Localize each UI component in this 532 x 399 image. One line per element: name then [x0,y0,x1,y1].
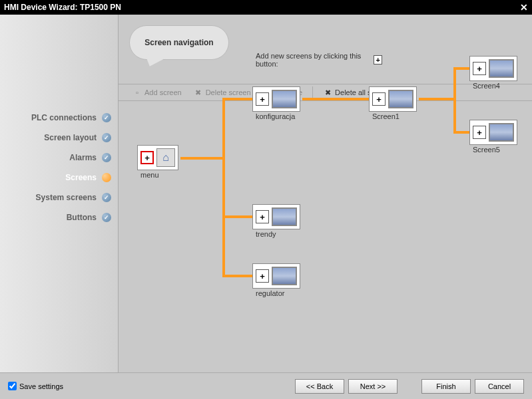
node-screen4[interactable]: + Screen4 [469,56,517,81]
delete-all-icon: ✖ [323,88,332,97]
node-label: konfiguracja [256,112,295,120]
content-pane: Screen navigation Add new screens by cli… [118,15,532,399]
add-screen-icon: ▫ [133,88,142,97]
sidebar-item-screen-layout[interactable]: Screen layout [0,128,118,148]
save-settings-input[interactable] [8,382,17,390]
hint-bubble: Screen navigation Add new screens by cli… [129,25,382,78]
node-menu[interactable]: + ⌂ menu [137,145,178,170]
sidebar-item-label: Screens [65,173,97,182]
check-icon [102,153,111,162]
sidebar-item-label: PLC connections [31,113,97,122]
sidebar-item-alarms[interactable]: Alarms [0,148,118,168]
next-button[interactable]: Next >> [348,379,398,394]
node-konfiguracja[interactable]: + konfiguracja [252,86,300,112]
toolbar-divider [312,86,313,98]
sidebar-item-label: Buttons [67,213,97,222]
finish-button[interactable]: Finish [421,379,471,394]
cancel-button[interactable]: Cancel [475,379,524,394]
save-settings-checkbox[interactable]: Save settings [8,382,63,390]
back-button[interactable]: << Back [295,379,344,394]
delete-screen-button[interactable]: ✖ Delete screen [189,86,256,99]
add-child-button[interactable]: + [473,62,486,75]
toolbar-label: Delete screen [206,88,251,96]
screen-tree-canvas[interactable]: + ⌂ menu + konfiguracja + trendy [119,101,532,372]
check-icon [102,113,111,122]
node-label: Screen4 [473,82,500,90]
sidebar-item-buttons[interactable]: Buttons [0,207,118,227]
add-child-button[interactable]: + [256,210,269,223]
sidebar-item-label: Screen layout [44,133,97,142]
screen-icon [272,267,297,285]
connector [453,67,469,70]
connector [222,215,252,218]
add-child-button[interactable]: + [372,92,386,106]
screen-icon [272,90,297,108]
node-screen5[interactable]: + Screen5 [469,120,517,145]
sidebar-item-label: System screens [36,193,97,202]
add-child-button[interactable]: + [256,269,269,283]
wizard-sidebar: PLC connections Screen layout Alarms Scr… [0,15,118,399]
check-icon [102,213,111,222]
add-child-button[interactable]: + [140,151,154,164]
sidebar-item-label: Alarms [69,153,97,162]
connector [419,98,456,100]
node-label: menu [140,171,159,179]
titlebar: HMI Device Wizard: TP1500 PN ✕ [0,0,532,15]
home-icon: ⌂ [156,148,175,167]
node-screen1[interactable]: + Screen1 [369,86,417,112]
footer: Save settings << Back Next >> Finish Can… [0,372,532,399]
plus-icon: + [374,55,382,65]
save-settings-label: Save settings [19,382,63,390]
connector [180,157,225,160]
screen-icon [388,90,413,108]
sidebar-item-screens[interactable]: Screens [0,168,118,188]
close-icon[interactable]: ✕ [520,2,528,13]
screen-icon [489,123,514,142]
connector [302,98,369,100]
connector [222,98,252,100]
node-label: regulator [256,289,284,297]
bubble-hint: Add new screens by clicking this button: [256,52,371,68]
connector [453,131,469,134]
add-child-button[interactable]: + [473,126,486,139]
toolbar-label: Add screen [144,88,182,96]
sidebar-item-plc-connections[interactable]: PLC connections [0,108,118,128]
node-trendy[interactable]: + trendy [252,204,300,229]
screen-icon [272,207,297,226]
node-label: trendy [256,230,276,238]
connector [453,67,456,134]
bubble-tail-icon [143,54,168,69]
check-icon [102,193,111,202]
check-icon [102,133,111,142]
connector [222,275,252,277]
active-dot-icon [102,173,111,182]
add-screen-button[interactable]: ▫ Add screen [128,86,186,99]
sidebar-item-system-screens[interactable]: System screens [0,188,118,207]
connector [222,98,225,277]
screen-icon [489,59,514,78]
window-title: HMI Device Wizard: TP1500 PN [4,3,121,12]
node-label: Screen1 [372,112,399,120]
node-regulator[interactable]: + regulator [252,263,300,289]
add-child-button[interactable]: + [256,92,269,106]
delete-screen-icon: ✖ [194,88,203,97]
node-label: Screen5 [473,146,500,154]
